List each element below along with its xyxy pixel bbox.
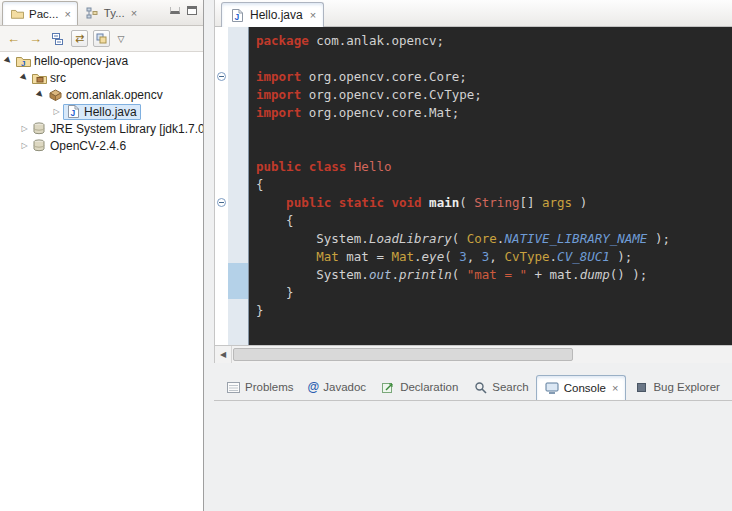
library-icon: [31, 122, 47, 135]
code-line: [256, 50, 732, 68]
tab-type-hierarchy[interactable]: Ty... ×: [78, 1, 143, 25]
search-icon: [472, 381, 488, 394]
tab-bug-explorer[interactable]: Bug Explorer: [626, 374, 726, 400]
fold-ruler[interactable]: [215, 27, 228, 345]
tab-search[interactable]: Search: [465, 374, 535, 400]
back-icon[interactable]: ←: [5, 30, 22, 47]
svg-text:J: J: [21, 58, 25, 67]
expander-icon[interactable]: ▷: [18, 139, 31, 152]
bug-explorer-icon: [633, 383, 649, 392]
code-line: Mat mat = Mat.eye( 3, 3, CvType.CV_8UC1 …: [256, 248, 732, 266]
editor-body: package com.anlak.opencv; import org.ope…: [215, 27, 732, 345]
view-menu-icon[interactable]: ▽: [115, 30, 127, 47]
package-explorer-panel: Pac... × Ty... × ← → ⇄: [0, 0, 204, 511]
bottom-tabbar: Problems @ Javadoc Declaration Search: [214, 374, 732, 401]
scrollbar-thumb[interactable]: [233, 348, 573, 361]
svg-text:J: J: [70, 108, 75, 118]
close-icon[interactable]: ×: [131, 7, 137, 19]
minimize-icon[interactable]: [170, 7, 180, 14]
range-indicator: [228, 263, 248, 299]
project-tree: ▶ J hello-opencv-java ▶ src ▶ com.anlak.…: [0, 52, 203, 511]
tree-item-label: OpenCV-2.4.6: [47, 139, 126, 153]
close-icon[interactable]: ×: [612, 382, 618, 394]
tab-declaration[interactable]: Declaration: [373, 374, 465, 400]
code-editor[interactable]: package com.anlak.opencv; import org.ope…: [249, 27, 732, 345]
library-icon: [31, 139, 47, 152]
expander-icon[interactable]: ▷: [18, 122, 31, 135]
svg-text:J: J: [234, 11, 239, 21]
link-with-editor-icon[interactable]: ⇄: [71, 30, 88, 47]
tree-item-project[interactable]: ▶ J hello-opencv-java: [0, 52, 203, 69]
editor-area: J Hello.java × package com.anlak.opencv;…: [214, 0, 732, 363]
tab-label: Problems: [245, 381, 294, 393]
tab-console[interactable]: Console ×: [536, 375, 627, 401]
type-hierarchy-icon: [84, 7, 100, 19]
tree-item-label: src: [47, 71, 66, 85]
java-file-icon: J: [229, 9, 245, 22]
tab-label: Bug Explorer: [653, 381, 719, 393]
tree-selection: J Hello.java: [63, 104, 141, 120]
focus-active-task-icon[interactable]: [93, 30, 110, 47]
console-icon: [544, 382, 560, 394]
scroll-left-icon[interactable]: ◀: [215, 346, 232, 363]
code-line: public static void main( String[] args ): [256, 194, 732, 212]
java-file-icon: J: [65, 105, 81, 118]
tab-javadoc[interactable]: @ Javadoc: [301, 374, 374, 400]
close-icon[interactable]: ×: [310, 9, 316, 21]
tree-item-hello-java[interactable]: ▷ J Hello.java: [0, 103, 203, 120]
problems-icon: [225, 382, 241, 393]
package-explorer-toolbar: ← → ⇄ ▽: [0, 26, 203, 52]
code-line: System.LoadLibrary( Core.NATIVE_LIBRARY_…: [256, 230, 732, 248]
forward-icon[interactable]: →: [27, 30, 44, 47]
tab-hello-java[interactable]: J Hello.java ×: [221, 2, 324, 27]
collapse-all-icon[interactable]: [49, 30, 66, 47]
code-line: import org.opencv.core.Core;: [256, 68, 732, 86]
tab-package-explorer[interactable]: Pac... ×: [2, 1, 78, 25]
code-line: System.out.println( "mat = " + mat.dump(…: [256, 266, 732, 284]
declaration-icon: [380, 381, 396, 393]
left-view-tabbar: Pac... × Ty... ×: [0, 0, 203, 26]
code-line: }: [256, 284, 732, 302]
tab-label: Pac...: [29, 8, 58, 20]
code-line: import org.opencv.core.CvType;: [256, 86, 732, 104]
tab-label: Javadoc: [323, 381, 366, 393]
code-line: [256, 140, 732, 158]
tree-item-opencv-library[interactable]: ▷ OpenCV-2.4.6: [0, 137, 203, 154]
tab-label: Hello.java: [250, 8, 303, 22]
view-window-buttons: [170, 6, 197, 15]
code-line: public class Hello: [256, 158, 732, 176]
tab-bug[interactable]: Bug: [727, 374, 732, 400]
tree-item-src[interactable]: ▶ src: [0, 69, 203, 86]
tab-label: Declaration: [400, 381, 458, 393]
tab-label: Search: [492, 381, 528, 393]
package-explorer-icon: [9, 8, 25, 19]
tree-item-jre-library[interactable]: ▷ JRE System Library [jdk1.7.0: [0, 120, 203, 137]
horizontal-scrollbar[interactable]: ◀: [215, 345, 732, 363]
fold-collapse-icon[interactable]: [217, 72, 226, 81]
code-line: import org.opencv.core.Mat;: [256, 104, 732, 122]
code-line: {: [256, 212, 732, 230]
bottom-view-panel: Problems @ Javadoc Declaration Search: [214, 374, 732, 511]
code-line: [256, 122, 732, 140]
javadoc-icon: @: [308, 380, 320, 394]
code-line: package com.anlak.opencv;: [256, 32, 732, 50]
tree-item-label: Hello.java: [81, 105, 137, 119]
expander-icon[interactable]: ▷: [50, 105, 63, 118]
code-line: {: [256, 176, 732, 194]
tree-item-label: com.anlak.opencv: [63, 88, 163, 102]
code-lines: package com.anlak.opencv; import org.ope…: [256, 32, 732, 320]
maximize-icon[interactable]: [187, 6, 197, 15]
editor-gutter[interactable]: [228, 27, 249, 345]
code-line: }: [256, 302, 732, 320]
fold-collapse-icon[interactable]: [217, 198, 226, 207]
editor-tabbar: J Hello.java ×: [215, 0, 732, 27]
tree-item-label: JRE System Library [jdk1.7.0: [47, 122, 203, 136]
tab-label: Ty...: [104, 7, 125, 19]
tab-problems[interactable]: Problems: [218, 374, 301, 400]
tree-item-package[interactable]: ▶ com.anlak.opencv: [0, 86, 203, 103]
close-icon[interactable]: ×: [64, 8, 70, 20]
tree-item-label: hello-opencv-java: [31, 54, 128, 68]
tab-label: Console: [564, 382, 606, 394]
